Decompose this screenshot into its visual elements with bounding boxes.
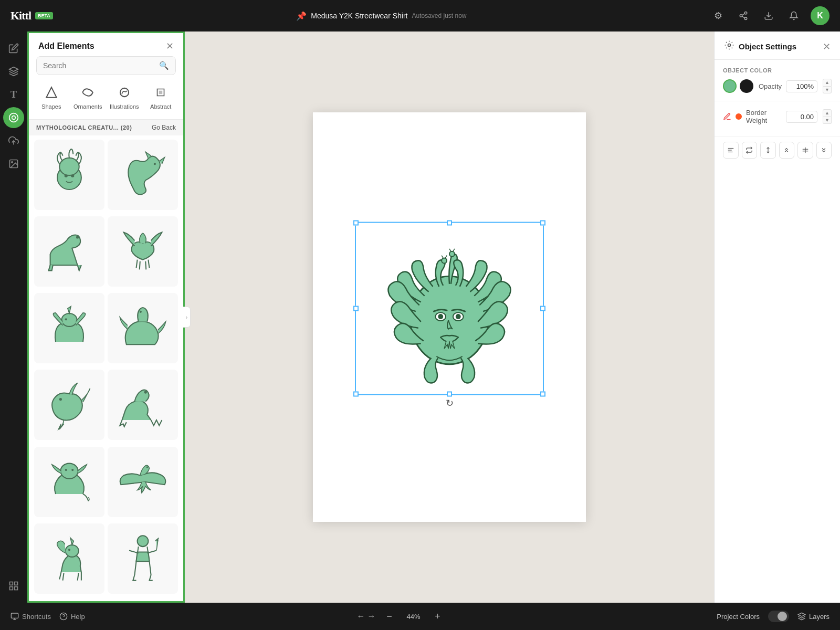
svg-rect-50 xyxy=(11,613,18,618)
svg-point-34 xyxy=(138,536,149,547)
text-tool-btn[interactable]: T xyxy=(3,84,24,105)
svg-point-27 xyxy=(144,391,147,394)
align-left-btn[interactable] xyxy=(723,142,739,159)
border-section: Border Weight ▲ ▼ xyxy=(715,101,840,136)
grid-tool-btn[interactable] xyxy=(3,575,24,596)
element-dragon-1[interactable] xyxy=(108,140,178,210)
handle-top-center[interactable] xyxy=(447,220,452,226)
settings-panel-icon xyxy=(724,40,734,53)
close-settings-btn[interactable]: ✕ xyxy=(823,41,831,52)
svg-point-32 xyxy=(66,545,79,557)
dark-mode-track[interactable] xyxy=(768,611,789,622)
svg-point-11 xyxy=(12,162,13,163)
svg-point-16 xyxy=(120,88,129,97)
black-swatch[interactable] xyxy=(740,79,753,93)
element-warrior[interactable] xyxy=(108,523,178,594)
avatar[interactable]: K xyxy=(811,6,830,25)
flip-h-btn[interactable] xyxy=(742,142,758,159)
opacity-down-btn[interactable]: ▼ xyxy=(823,87,832,94)
handle-middle-left[interactable] xyxy=(353,306,359,311)
border-up-btn[interactable]: ▲ xyxy=(823,109,832,117)
close-panel-btn[interactable]: ✕ xyxy=(166,41,174,51)
abstract-tab-label: Abstract xyxy=(150,103,171,110)
opacity-stepper: ▲ ▼ xyxy=(823,79,832,93)
svg-point-24 xyxy=(65,319,67,321)
element-dragon-lion[interactable] xyxy=(34,447,104,517)
nav-prev-btn[interactable]: ← xyxy=(357,612,365,621)
handle-top-right[interactable] xyxy=(540,220,545,226)
border-down-btn[interactable]: ▼ xyxy=(823,117,832,124)
element-pegasus[interactable] xyxy=(108,216,178,287)
rotate-handle[interactable]: ↻ xyxy=(446,397,454,409)
element-dragon-2[interactable] xyxy=(108,293,178,363)
handle-middle-right[interactable] xyxy=(540,306,545,311)
element-medusa-head[interactable] xyxy=(34,140,104,210)
handle-bottom-right[interactable] xyxy=(540,392,545,397)
element-dinosaur[interactable] xyxy=(34,216,104,287)
ornaments-tab-label: Ornaments xyxy=(74,103,102,110)
move-down-btn[interactable] xyxy=(816,142,832,159)
handle-bottom-center[interactable] xyxy=(447,392,452,397)
category-tabs: Shapes Ornaments Illustrations Abstract xyxy=(29,81,183,114)
svg-marker-55 xyxy=(798,613,805,616)
collapse-panel-btn[interactable]: › xyxy=(183,307,191,328)
notifications-icon[interactable] xyxy=(785,7,802,24)
elements-tool-btn[interactable] xyxy=(3,107,24,128)
zoom-level: 44% xyxy=(403,613,424,621)
edit-tool-btn[interactable] xyxy=(3,38,24,59)
opacity-up-btn[interactable]: ▲ xyxy=(823,79,832,87)
element-horse-unicorn[interactable] xyxy=(34,523,104,594)
upload-tool-btn[interactable] xyxy=(3,130,24,151)
handle-top-left[interactable] xyxy=(353,220,359,226)
green-swatch[interactable] xyxy=(723,79,737,93)
layers-tool-btn[interactable] xyxy=(3,61,24,82)
nav-next-btn[interactable]: → xyxy=(368,612,376,621)
project-title[interactable]: Medusa Y2K Streetwear Shirt xyxy=(311,12,407,20)
handle-bottom-left[interactable] xyxy=(353,392,359,397)
topbar-center: 📌 Medusa Y2K Streetwear Shirt Autosaved … xyxy=(296,11,466,21)
svg-point-26 xyxy=(59,398,62,401)
ornaments-tab[interactable]: Ornaments xyxy=(71,81,106,114)
opacity-input[interactable] xyxy=(786,80,817,92)
element-pterodactyl[interactable] xyxy=(108,447,178,517)
logo: Kittl xyxy=(10,9,31,23)
canvas-area[interactable]: ↻ xyxy=(185,32,714,603)
project-colors-btn[interactable]: Project Colors xyxy=(717,613,760,621)
zoom-out-btn[interactable]: − xyxy=(382,609,397,624)
border-weight-input[interactable] xyxy=(786,111,817,123)
pin-icon: 📌 xyxy=(296,11,307,21)
subcategory-title: MYTHOLOGICAL CREATU... (20) xyxy=(36,124,132,131)
dark-mode-toggle[interactable] xyxy=(768,611,789,622)
flip-v-btn[interactable] xyxy=(760,142,776,159)
element-unicorn-pegasus[interactable] xyxy=(34,293,104,363)
help-btn[interactable]: Help xyxy=(59,612,85,621)
element-dinosaur-2[interactable] xyxy=(108,370,178,440)
shortcuts-btn[interactable]: Shortcuts xyxy=(10,612,51,621)
download-icon[interactable] xyxy=(760,7,777,24)
illustrations-icon xyxy=(118,86,131,101)
elements-grid xyxy=(29,135,183,601)
go-back-btn[interactable]: Go Back xyxy=(152,124,176,131)
border-color-swatch[interactable] xyxy=(736,113,742,120)
illustrations-tab[interactable]: Illustrations xyxy=(107,81,142,114)
svg-rect-12 xyxy=(10,582,13,585)
zoom-in-btn[interactable]: + xyxy=(430,609,445,624)
main-layout: T Add Elements ✕ 🔍 xyxy=(0,32,840,603)
object-settings-title-row: Object Settings xyxy=(724,40,796,53)
shapes-tab[interactable]: Shapes xyxy=(34,81,69,114)
bottom-center: ← → − 44% + xyxy=(357,609,445,624)
abstract-tab[interactable]: Abstract xyxy=(144,81,178,114)
svg-point-31 xyxy=(146,466,148,468)
photo-tool-btn[interactable] xyxy=(3,153,24,174)
object-settings-title: Object Settings xyxy=(739,42,796,51)
svg-point-8 xyxy=(12,116,16,120)
settings-icon[interactable]: ⚙ xyxy=(710,7,727,24)
align-center-h-btn[interactable] xyxy=(797,142,813,159)
search-input[interactable] xyxy=(43,61,155,70)
svg-point-23 xyxy=(61,313,77,327)
share-icon[interactable] xyxy=(735,7,752,24)
layers-btn[interactable]: Layers xyxy=(797,612,830,621)
element-wyvern[interactable] xyxy=(34,370,104,440)
beta-badge: BETA xyxy=(35,12,53,19)
move-up-btn[interactable] xyxy=(779,142,795,159)
